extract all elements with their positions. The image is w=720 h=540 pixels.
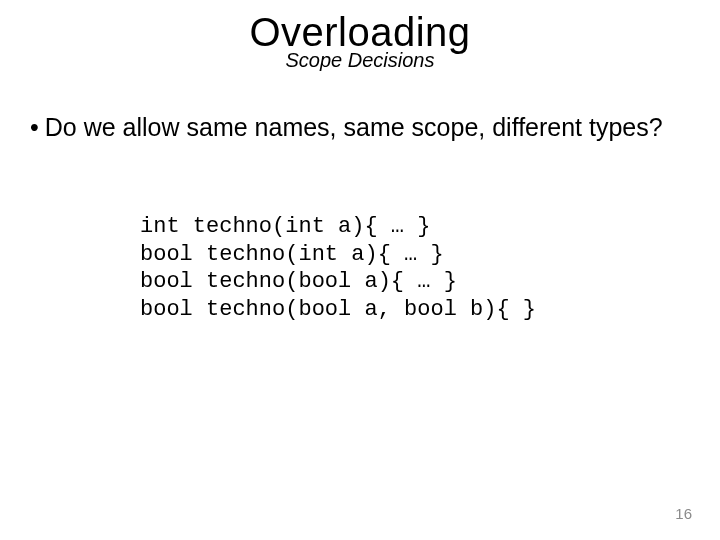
- bullet-item: •Do we allow same names, same scope, dif…: [30, 112, 690, 143]
- code-line-2: bool techno(int a){ … }: [140, 241, 720, 269]
- page-number: 16: [675, 505, 692, 522]
- code-line-4: bool techno(bool a, bool b){ }: [140, 296, 720, 324]
- bullet-block: •Do we allow same names, same scope, dif…: [30, 112, 690, 143]
- bullet-text: Do we allow same names, same scope, diff…: [45, 113, 663, 141]
- code-line-1: int techno(int a){ … }: [140, 213, 720, 241]
- bullet-mark: •: [30, 112, 39, 143]
- code-block: int techno(int a){ … }bool techno(int a)…: [140, 213, 720, 323]
- code-line-3: bool techno(bool a){ … }: [140, 268, 720, 296]
- slide-subtitle: Scope Decisions: [0, 49, 720, 72]
